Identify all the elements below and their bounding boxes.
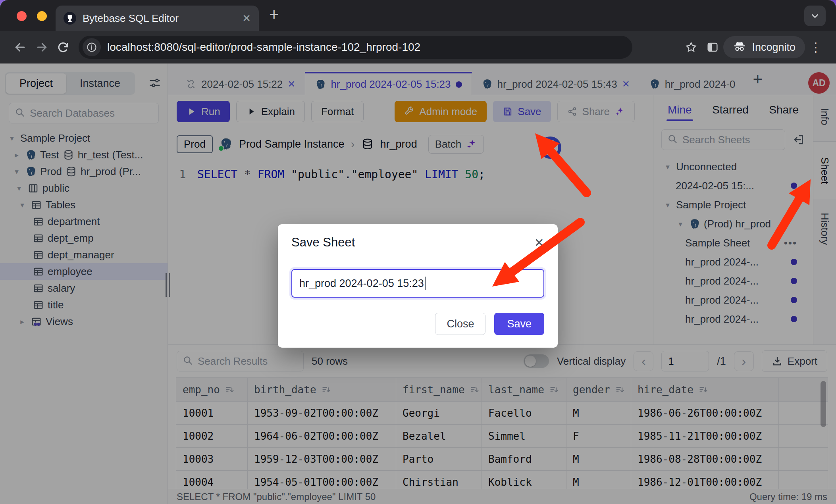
modal-close-button[interactable]: Close [435,313,485,335]
sheet-name-input[interactable]: hr_prod 2024-02-05 15:23 [291,269,544,298]
forward-button[interactable] [31,37,52,58]
site-info-icon[interactable] [83,38,101,56]
text-cursor [425,277,426,290]
browser-menu-icon[interactable]: ⋮ [805,37,826,58]
dialog-title: Save Sheet [291,235,355,250]
back-button[interactable] [10,37,31,58]
incognito-label: Incognito [752,41,796,54]
screen: Bytebase SQL Editor ✕ + localhost [0,0,836,504]
save-sheet-dialog: Save Sheet ✕ hr_prod 2024-02-05 15:23 Cl… [278,224,558,348]
dialog-divider [291,257,544,257]
browser-tab[interactable]: Bytebase SQL Editor ✕ [56,6,259,31]
new-browser-tab-button[interactable]: + [269,6,279,23]
browser-tab-strip: Bytebase SQL Editor ✕ + [0,0,836,31]
omnibox[interactable]: localhost:8080/sql-editor/prod-sample-in… [79,36,632,59]
modal-save-button[interactable]: Save [494,313,544,335]
sheet-name-value: hr_prod 2024-02-05 15:23 [299,277,424,290]
window-minimize-button[interactable] [37,11,47,21]
incognito-badge[interactable]: Incognito [723,36,805,58]
dialog-close-icon[interactable]: ✕ [534,236,544,250]
browser-tab-title: Bytebase SQL Editor [83,12,236,25]
browser-tab-close-icon[interactable]: ✕ [242,12,251,25]
reload-button[interactable] [52,37,74,58]
window-close-button[interactable] [17,11,27,21]
bookmark-star-icon[interactable] [680,37,702,58]
incognito-icon [733,39,746,56]
bytebase-favicon-icon [64,12,76,25]
tab-search-button[interactable] [804,6,826,26]
split-screen-icon[interactable] [702,37,723,58]
browser-window: Bytebase SQL Editor ✕ + localhost [0,0,836,504]
browser-navbar: localhost:8080/sql-editor/prod-sample-in… [0,31,836,63]
url-text: localhost:8080/sql-editor/prod-sample-in… [107,41,420,54]
